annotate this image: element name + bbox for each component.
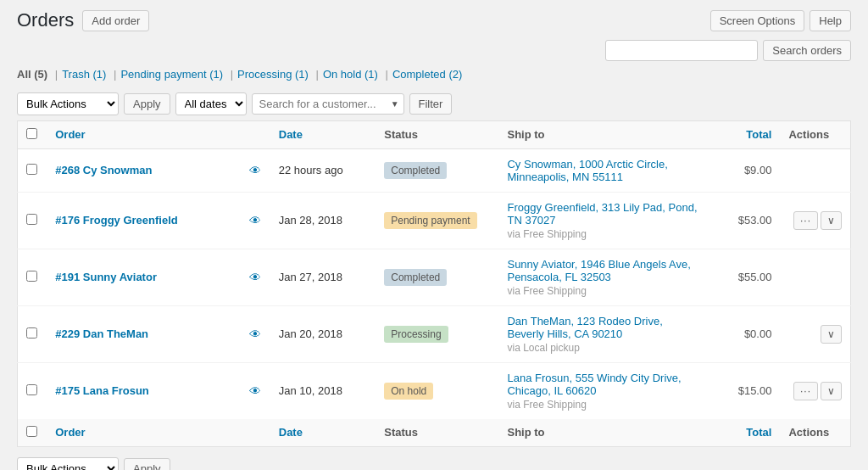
order-actions-cell: [780, 148, 850, 192]
order-column-header[interactable]: Order: [47, 120, 240, 148]
status-filter-item-processing: Processing (1) |: [237, 68, 323, 81]
order-status-cell: Completed: [376, 249, 498, 305]
select-all-checkbox[interactable]: [26, 128, 37, 139]
ship-via: via Free Shipping: [507, 228, 701, 240]
status-badge: Processing: [384, 326, 448, 343]
action-buttons: ···∨: [788, 382, 842, 400]
action-dots-button[interactable]: ···: [793, 382, 818, 400]
total-amount: $15.00: [738, 384, 772, 397]
filter-button[interactable]: Filter: [409, 93, 453, 115]
action-dots-button[interactable]: ···: [793, 211, 818, 230]
order-id-cell: #191 Sunny Aviator: [47, 249, 240, 305]
action-chevron-button[interactable]: ∨: [821, 325, 842, 344]
ship-to-link[interactable]: Cy Snowman, 1000 Arctic Circle, Minneapo…: [507, 158, 667, 183]
order-date-cell: Jan 20, 2018: [270, 305, 376, 362]
status-filter-link-pending[interactable]: Pending payment (1): [120, 68, 223, 81]
order-total-cell: $0.00: [709, 305, 780, 362]
order-status-cell: Processing: [376, 305, 498, 362]
order-link[interactable]: #268 Cy Snowman: [55, 164, 152, 176]
status-badge: Completed: [384, 162, 447, 179]
status-badge: On hold: [384, 383, 433, 400]
status-filter-link-trash[interactable]: Trash (1): [62, 68, 106, 81]
eye-icon: 👁: [249, 214, 261, 227]
order-id-cell: #268 Cy Snowman: [47, 148, 240, 192]
ship-via: via Free Shipping: [507, 285, 701, 297]
total-footer-header[interactable]: Total: [709, 419, 780, 447]
date-footer-header[interactable]: Date: [270, 419, 376, 447]
search-orders-input[interactable]: [605, 40, 758, 61]
status-filter-link-on-hold[interactable]: On hold (1): [323, 68, 378, 81]
order-link[interactable]: #175 Lana Frosun: [55, 384, 149, 397]
date-column-header[interactable]: Date: [270, 120, 376, 148]
total-amount: $0.00: [744, 327, 772, 340]
order-actions-cell: ···∨: [780, 362, 850, 419]
table-row: #175 Lana Frosun👁Jan 10, 2018On holdLana…: [18, 362, 851, 419]
order-date-cell: Jan 27, 2018: [270, 249, 376, 305]
ship-column-header: Ship to: [498, 120, 709, 148]
order-actions-cell: [780, 249, 850, 305]
eye-footer-header: [240, 419, 270, 447]
help-button[interactable]: Help: [810, 10, 851, 31]
tablenav-top: Bulk Actions Apply All dates ▼ Filter: [17, 87, 851, 120]
search-orders-button[interactable]: Search orders: [763, 40, 851, 61]
status-filter-link-completed[interactable]: Completed (2): [392, 68, 462, 81]
row-checkbox-cell: [18, 362, 47, 419]
order-footer-header[interactable]: Order: [47, 419, 240, 447]
order-eye-cell: 👁: [240, 305, 270, 362]
status-filter-item-all: All (5) |: [17, 68, 62, 81]
table-row: #191 Sunny Aviator👁Jan 27, 2018Completed…: [18, 249, 851, 305]
order-total-cell: $15.00: [709, 362, 780, 419]
action-chevron-button[interactable]: ∨: [821, 382, 842, 400]
status-badge: Completed: [384, 269, 447, 286]
order-id-cell: #176 Froggy Greenfield: [47, 192, 240, 249]
bulk-actions-select-bottom[interactable]: Bulk Actions: [17, 457, 119, 470]
row-checkbox[interactable]: [26, 327, 37, 339]
order-link[interactable]: #176 Froggy Greenfield: [55, 214, 178, 227]
ship-to-link[interactable]: Dan TheMan, 123 Rodeo Drive, Beverly Hil…: [507, 315, 662, 340]
order-link[interactable]: #191 Sunny Aviator: [55, 271, 157, 283]
ship-via: via Local pickup: [507, 342, 701, 354]
eye-icon: 👁: [249, 271, 261, 284]
select-all-checkbox-footer[interactable]: [26, 426, 37, 437]
row-checkbox[interactable]: [26, 164, 37, 175]
apply-button-bottom[interactable]: Apply: [124, 458, 170, 470]
order-eye-cell: 👁: [240, 362, 270, 419]
apply-button-top[interactable]: Apply: [124, 93, 170, 115]
row-checkbox[interactable]: [26, 214, 37, 225]
add-order-button[interactable]: Add order: [82, 10, 149, 31]
actions-footer-header: Actions: [780, 419, 850, 447]
order-ship-cell: Cy Snowman, 1000 Arctic Circle, Minneapo…: [498, 148, 709, 192]
status-filter-item-pending: Pending payment (1) |: [120, 68, 237, 81]
action-chevron-button[interactable]: ∨: [821, 211, 842, 230]
ship-to-link[interactable]: Lana Frosun, 555 Windy City Drive, Chica…: [507, 372, 681, 397]
ship-footer-header: Ship to: [498, 419, 709, 447]
order-actions-cell: ∨: [780, 305, 850, 362]
order-date-cell: 22 hours ago: [270, 148, 376, 192]
all-dates-select[interactable]: All dates: [175, 92, 247, 115]
order-actions-cell: ···∨: [780, 192, 850, 249]
table-row: #229 Dan TheMan👁Jan 20, 2018ProcessingDa…: [18, 305, 851, 362]
order-ship-cell: Dan TheMan, 123 Rodeo Drive, Beverly Hil…: [498, 305, 709, 362]
ship-to-link[interactable]: Froggy Greenfield, 313 Lily Pad, Pond, T…: [507, 201, 697, 227]
actions-column-header: Actions: [780, 120, 850, 148]
order-link[interactable]: #229 Dan TheMan: [55, 327, 148, 340]
order-eye-cell: 👁: [240, 249, 270, 305]
status-filter-link-all[interactable]: All (5): [17, 68, 47, 81]
ship-to-link[interactable]: Sunny Aviator, 1946 Blue Angels Ave, Pen…: [507, 258, 690, 283]
total-amount: $55.00: [738, 271, 772, 283]
eye-icon: 👁: [249, 384, 261, 398]
orders-table: Order Date Status Ship to Total Actions …: [17, 120, 851, 447]
table-header-row: Order Date Status Ship to Total Actions: [18, 120, 851, 148]
customer-search-input[interactable]: [252, 93, 404, 115]
order-total-cell: $55.00: [709, 249, 780, 305]
bulk-actions-select-top[interactable]: Bulk Actions: [17, 92, 119, 115]
total-amount: $53.00: [738, 214, 772, 227]
order-status-cell: Pending payment: [376, 192, 498, 249]
eye-icon: 👁: [249, 327, 261, 341]
status-footer-header: Status: [376, 419, 498, 447]
screen-options-button[interactable]: Screen Options: [710, 10, 805, 31]
status-filter-link-processing[interactable]: Processing (1): [237, 68, 309, 81]
row-checkbox[interactable]: [26, 271, 37, 282]
total-column-header[interactable]: Total: [709, 120, 780, 148]
row-checkbox[interactable]: [26, 384, 37, 395]
